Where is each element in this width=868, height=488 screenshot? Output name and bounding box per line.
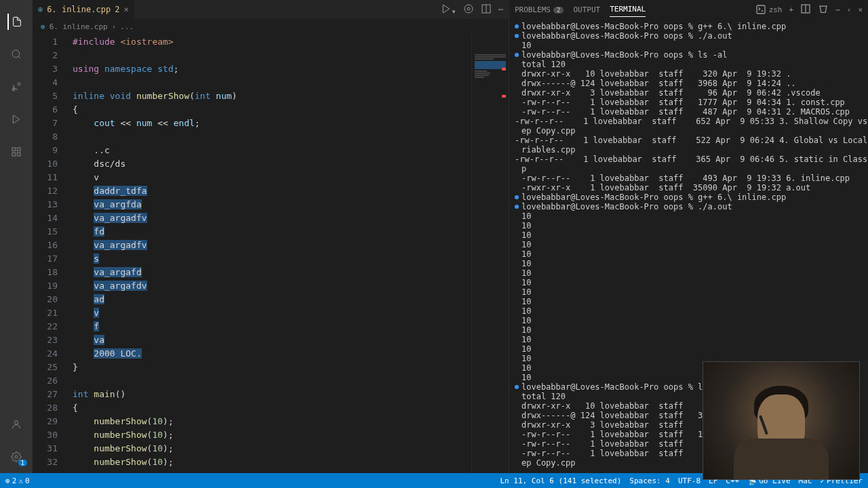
close-panel-icon[interactable]: × — [858, 5, 863, 14]
more-terminal-icon[interactable]: ⋯ — [835, 5, 840, 14]
tab-bar: ⊕ 6. inline.cpp 2 × ▾ ⋯ — [33, 0, 509, 19]
code-content[interactable]: #include <iostream>using namespace std;i… — [70, 34, 471, 473]
svg-point-12 — [467, 7, 470, 10]
source-control-icon[interactable] — [8, 79, 24, 95]
gear-icon[interactable] — [463, 3, 474, 16]
cpp-icon: ⊕ — [41, 22, 45, 31]
split-terminal-icon[interactable] — [800, 3, 811, 16]
file-tab[interactable]: ⊕ 6. inline.cpp 2 × — [33, 0, 135, 19]
svg-rect-6 — [17, 148, 20, 151]
status-cursor[interactable]: Ln 11, Col 6 (141 selected) — [500, 476, 621, 485]
settings-icon[interactable]: 1 — [8, 449, 24, 465]
trash-icon[interactable] — [818, 3, 829, 16]
svg-line-1 — [18, 56, 20, 58]
tab-output[interactable]: OUTPUT — [573, 3, 600, 17]
settings-badge: 1 — [18, 460, 27, 466]
problems-badge: 2 — [553, 7, 564, 14]
more-icon[interactable]: ⋯ — [498, 5, 503, 14]
breadcrumb-file: 6. inline.cpp — [50, 22, 108, 31]
tab-terminal[interactable]: TERMINAL — [610, 2, 646, 17]
explorer-icon[interactable] — [7, 14, 24, 30]
breadcrumb-more: ... — [120, 22, 134, 31]
svg-rect-5 — [12, 148, 16, 151]
editor-column: ⊕ 6. inline.cpp 2 × ▾ ⋯ ⊕ 6. inline.cpp … — [33, 0, 509, 473]
status-errors[interactable]: ⊗ 2 ⚠ 0 — [5, 476, 30, 485]
svg-point-0 — [12, 50, 20, 58]
svg-marker-11 — [443, 5, 449, 13]
cpp-icon: ⊕ — [38, 5, 43, 14]
extensions-icon[interactable] — [8, 144, 24, 160]
tab-problems[interactable]: PROBLEMS2 — [515, 3, 564, 17]
tab-problem-count: 2 — [115, 5, 119, 14]
webcam-overlay — [703, 361, 860, 480]
close-icon[interactable]: × — [123, 5, 128, 14]
terminal-tabs: PROBLEMS2 OUTPUT TERMINAL zsh + ⋯ ‹ × — [509, 0, 868, 19]
breadcrumb-sep: › — [112, 22, 117, 31]
svg-rect-8 — [17, 152, 20, 156]
svg-point-2 — [18, 83, 20, 85]
line-gutter: 1234567891011121314151617181920212223242… — [33, 34, 70, 473]
run-debug-icon[interactable] — [8, 111, 24, 127]
code-area[interactable]: 1234567891011121314151617181920212223242… — [33, 34, 509, 473]
breadcrumb[interactable]: ⊕ 6. inline.cpp › ... — [33, 19, 509, 34]
search-icon[interactable] — [8, 46, 24, 62]
status-encoding[interactable]: UTF-8 — [678, 476, 701, 485]
svg-point-13 — [465, 5, 473, 13]
tab-actions: ▾ ⋯ — [441, 0, 509, 19]
svg-rect-16 — [757, 5, 765, 14]
svg-point-9 — [14, 421, 18, 424]
minimap[interactable] — [471, 34, 509, 473]
status-spaces[interactable]: Spaces: 4 — [629, 476, 670, 485]
svg-marker-4 — [13, 115, 19, 123]
activity-bar: 1 — [0, 0, 33, 473]
prev-icon[interactable]: ‹ — [847, 5, 852, 14]
svg-point-10 — [15, 455, 18, 458]
new-terminal-icon[interactable]: + — [789, 5, 794, 14]
run-icon[interactable]: ▾ — [441, 3, 456, 16]
split-icon[interactable] — [481, 3, 492, 16]
shell-select[interactable]: zsh — [755, 4, 783, 15]
account-icon[interactable] — [8, 416, 24, 432]
svg-rect-7 — [12, 152, 16, 156]
tab-filename: 6. inline.cpp — [47, 5, 111, 14]
